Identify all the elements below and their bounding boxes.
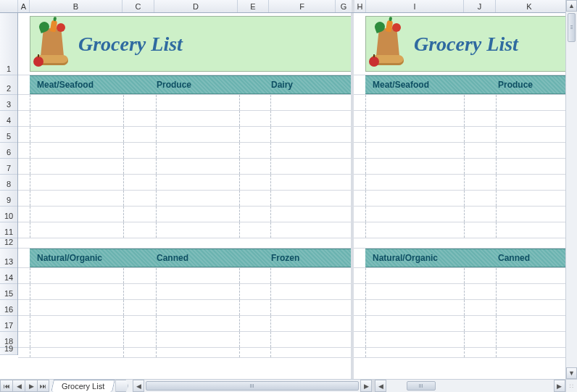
cat-natural-organic-r: Natural/Organic (373, 253, 438, 263)
scroll-down-button[interactable]: ▼ (566, 367, 577, 379)
row-header-2[interactable]: 2 (0, 75, 17, 95)
grocery-bag-icon (370, 23, 410, 65)
vscroll-thumb[interactable] (568, 13, 576, 42)
row-header-7[interactable]: 7 (0, 159, 17, 175)
hscroll-left-btn-2[interactable]: ◀ (375, 380, 386, 392)
col-header-K[interactable]: K (496, 0, 563, 12)
grid-body[interactable]: Grocery List Meat/Seafood Produce Dairy (18, 13, 565, 379)
col-header-F[interactable]: F (269, 0, 336, 12)
select-all-corner[interactable] (0, 0, 18, 12)
title-banner-left: Grocery List (30, 16, 351, 72)
sheet-tab-end[interactable] (115, 380, 128, 392)
row-header-11[interactable]: 11 (0, 222, 17, 238)
col-header-C[interactable]: C (123, 0, 154, 12)
row-header-10[interactable]: 10 (0, 207, 17, 222)
category-row-1-left: Meat/Seafood Produce Dairy (18, 75, 351, 95)
row-header-15[interactable]: 15 (0, 284, 17, 300)
vertical-scrollbar[interactable]: ▲ ▼ (565, 0, 577, 379)
cat-meat-seafood: Meat/Seafood (37, 80, 94, 90)
row-header-3[interactable]: 3 (0, 95, 17, 111)
scroll-corner: ⸬ (565, 379, 577, 392)
scroll-up-button[interactable]: ▲ (566, 0, 577, 12)
horizontal-scrollbars: ◀ ▶ ◀ ▶ (133, 380, 565, 392)
row-header-9[interactable]: 9 (0, 191, 17, 207)
col-header-J[interactable]: J (464, 0, 496, 12)
hscroll-right-btn-1[interactable]: ▶ (360, 380, 372, 392)
title-row-left: Grocery List (18, 13, 351, 75)
bottom-bar: ⏮ ◀ ▶ ⏭ Grocery List ◀ ▶ ◀ ▶ (0, 379, 565, 392)
row-header-14[interactable]: 14 (0, 268, 17, 284)
row-header-1[interactable]: 1 (0, 13, 17, 75)
hscroll-left-btn-1[interactable]: ◀ (133, 380, 144, 392)
hscroll-right-btn-2[interactable]: ▶ (554, 380, 565, 392)
pane-right: Grocery List Meat/Seafood Produce Na (354, 13, 565, 379)
category-bar-1-right: Meat/Seafood Produce (365, 75, 565, 94)
sheet-nav-last[interactable]: ⏭ (37, 380, 49, 392)
col-header-I[interactable]: I (366, 0, 464, 12)
col-header-E[interactable]: E (238, 0, 269, 12)
cat-canned: Canned (157, 253, 188, 263)
column-headers: A B C D E F G H I J K (0, 0, 577, 13)
cat-produce-r: Produce (498, 80, 533, 90)
category-row-2-left: Natural/Organic Canned Frozen (18, 249, 351, 268)
row-header-13[interactable]: 13 (0, 249, 17, 268)
category-row-2-right: Natural/Organic Canned (354, 249, 565, 268)
grocery-bag-icon (35, 23, 74, 65)
cat-produce: Produce (157, 80, 191, 90)
row-header-16[interactable]: 16 (0, 300, 17, 316)
title-row-right: Grocery List (354, 13, 565, 75)
col-header-H[interactable]: H (354, 0, 366, 12)
row-header-8[interactable]: 8 (0, 175, 17, 191)
cat-frozen: Frozen (271, 253, 299, 263)
row-headers: 1 2 3 4 5 6 7 8 9 10 11 12 13 14 15 16 1… (0, 13, 18, 355)
col-header-B[interactable]: B (30, 0, 123, 12)
row-header-12[interactable]: 12 (0, 238, 17, 249)
col-header-G[interactable]: G (336, 0, 354, 12)
sheet-nav-prev[interactable]: ◀ (12, 380, 25, 392)
sheet-nav-next[interactable]: ▶ (25, 380, 37, 392)
title-text-left: Grocery List (78, 33, 183, 56)
hscroll-thumb-2[interactable] (407, 381, 436, 391)
cat-meat-seafood-r: Meat/Seafood (373, 80, 429, 90)
category-bar-2-right: Natural/Organic Canned (365, 249, 565, 267)
row-header-4[interactable]: 4 (0, 111, 17, 127)
row-header-6[interactable]: 6 (0, 143, 17, 159)
vscroll-track[interactable] (566, 12, 577, 367)
col-header-D[interactable]: D (154, 0, 238, 12)
row-header-17[interactable]: 17 (0, 316, 17, 332)
category-bar-1-left: Meat/Seafood Produce Dairy (30, 75, 351, 94)
hscroll-thumb-1[interactable] (146, 381, 359, 391)
sheet-nav-first[interactable]: ⏮ (0, 380, 12, 392)
pane-left: Grocery List Meat/Seafood Produce Dairy (18, 13, 354, 379)
col-header-A[interactable]: A (18, 0, 30, 12)
cat-dairy: Dairy (271, 80, 293, 90)
category-bar-2-left: Natural/Organic Canned Frozen (30, 249, 351, 267)
cat-canned-r: Canned (498, 253, 530, 263)
sheet-tab-label: Grocery List (62, 382, 104, 391)
sheet-tab-active[interactable]: Grocery List (51, 380, 115, 392)
cat-natural-organic: Natural/Organic (37, 253, 102, 263)
row-header-5[interactable]: 5 (0, 127, 17, 143)
row-header-19[interactable]: 19 (0, 348, 17, 355)
title-text-right: Grocery List (414, 33, 518, 56)
sheet-nav: ⏮ ◀ ▶ ⏭ (0, 380, 49, 392)
category-row-1-right: Meat/Seafood Produce (354, 75, 565, 95)
title-banner-right: Grocery List (365, 16, 565, 72)
